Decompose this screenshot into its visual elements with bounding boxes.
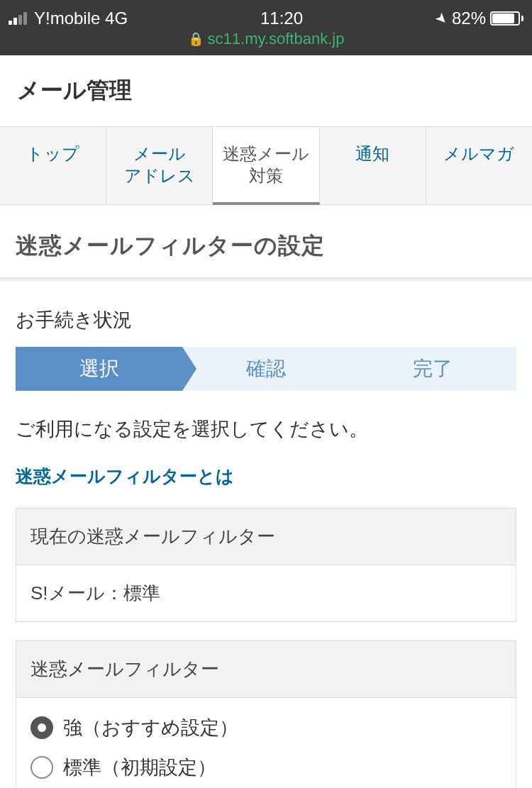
signal-icon: [9, 12, 27, 25]
status-bar: Y!mobile 4G 11:20 ➤ 82% 🔒 sc11.my.softba…: [0, 0, 532, 55]
location-icon: ➤: [431, 9, 452, 29]
section-title: 迷惑メールフィルターの設定: [16, 231, 516, 262]
clock: 11:20: [260, 9, 303, 28]
tab-spam-filter[interactable]: 迷惑メール 対策: [213, 127, 319, 205]
radio-option-standard[interactable]: 標準（初期設定）: [31, 755, 501, 780]
step-confirm: 確認: [182, 347, 349, 391]
tab-bar: トップ メール アドレス 迷惑メール 対策 通知 メルマガ: [0, 126, 532, 205]
filter-info-link[interactable]: 迷惑メールフィルターとは: [16, 465, 516, 488]
progress-stepper: 選択 確認 完了: [16, 347, 516, 391]
tab-newsletter[interactable]: メルマガ: [426, 127, 532, 204]
lock-icon: 🔒: [188, 31, 204, 47]
step-select: 選択: [16, 347, 182, 391]
status-right: ➤ 82%: [436, 9, 523, 28]
filter-options-box: 迷惑メールフィルター 強（おすすめ設定） 標準（初期設定） 利用しない: [16, 640, 516, 788]
current-filter-value: S!メール：標準: [16, 565, 516, 621]
filter-options-header: 迷惑メールフィルター: [16, 641, 516, 698]
radio-label: 強（おすすめ設定）: [63, 715, 238, 740]
current-filter-box: 現在の迷惑メールフィルター S!メール：標準: [16, 508, 516, 622]
instruction-text: ご利用になる設定を選択してください。: [16, 416, 516, 442]
radio-option-strong[interactable]: 強（おすすめ設定）: [31, 715, 501, 740]
tab-notifications[interactable]: 通知: [320, 127, 426, 204]
browser-url-bar[interactable]: 🔒 sc11.my.softbank.jp: [9, 30, 523, 48]
current-filter-header: 現在の迷惑メールフィルター: [16, 509, 516, 565]
status-left: Y!mobile 4G: [9, 9, 128, 28]
tab-top[interactable]: トップ: [0, 127, 106, 204]
carrier-label: Y!mobile 4G: [34, 9, 128, 28]
battery-icon: [490, 11, 523, 26]
page-title: メール管理: [0, 55, 532, 126]
radio-label: 標準（初期設定）: [63, 755, 216, 780]
step-complete: 完了: [350, 347, 516, 391]
progress-label: お手続き状況: [16, 307, 516, 333]
url-text: sc11.my.softbank.jp: [208, 30, 345, 48]
divider: [0, 277, 532, 282]
tab-mail-address[interactable]: メール アドレス: [106, 127, 213, 204]
radio-icon: [31, 716, 53, 739]
radio-icon: [31, 756, 53, 779]
battery-percent: 82%: [452, 9, 486, 28]
